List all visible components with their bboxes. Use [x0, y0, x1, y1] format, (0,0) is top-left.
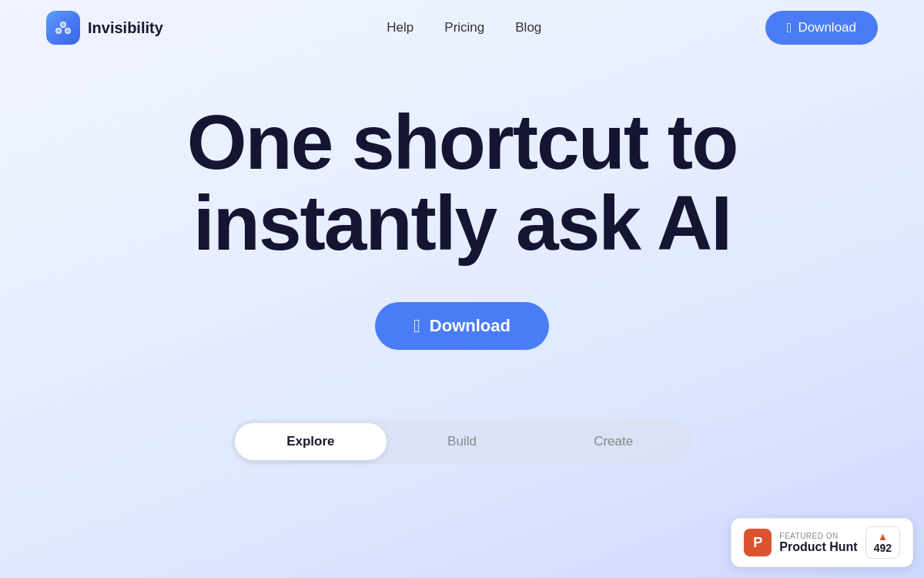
hero-title-line1: One shortcut to [187, 99, 737, 185]
tab-explore[interactable]: Explore [235, 423, 387, 460]
tab-create[interactable]: Create [537, 423, 689, 460]
nav-download-button[interactable]:  Download [765, 11, 878, 45]
ph-votes-box: ▲ 492 [865, 526, 900, 559]
logo[interactable]: Invisibility [46, 11, 163, 45]
logo-svg [52, 17, 74, 39]
ph-upvote-icon: ▲ [877, 531, 888, 542]
hero-download-button[interactable]:  Download [375, 302, 549, 350]
tabs-container: Explore Build Create [0, 419, 924, 464]
apple-icon-hero:  [413, 317, 420, 335]
product-hunt-badge[interactable]: P FEATURED ON Product Hunt ▲ 492 [731, 518, 913, 567]
ph-name: Product Hunt [779, 540, 857, 554]
product-hunt-logo: P [744, 529, 772, 556]
tab-build[interactable]: Build [387, 423, 538, 460]
nav-download-label: Download [798, 20, 856, 35]
nav-help[interactable]: Help [387, 20, 413, 35]
product-hunt-logo-letter: P [753, 535, 762, 551]
hero-title: One shortcut to instantly ask AI [187, 102, 737, 264]
svg-point-4 [57, 29, 61, 33]
svg-point-3 [62, 23, 65, 27]
svg-point-5 [66, 29, 70, 33]
hero-section: One shortcut to instantly ask AI  Downl… [0, 55, 924, 381]
hero-title-line2: instantly ask AI [193, 180, 731, 266]
nav-links: Help Pricing Blog [387, 20, 541, 35]
product-hunt-text: FEATURED ON Product Hunt [779, 532, 857, 554]
ph-vote-count: 492 [874, 542, 892, 554]
nav-pricing[interactable]: Pricing [444, 20, 484, 35]
brand-name: Invisibility [88, 19, 163, 37]
logo-icon [46, 11, 80, 45]
hero-download-label: Download [430, 316, 511, 336]
navbar: Invisibility Help Pricing Blog  Downloa… [0, 0, 924, 55]
tabs-wrapper: Explore Build Create [231, 419, 693, 464]
nav-blog[interactable]: Blog [515, 20, 541, 35]
apple-icon-nav:  [787, 21, 792, 35]
ph-featured-label: FEATURED ON [779, 532, 857, 540]
